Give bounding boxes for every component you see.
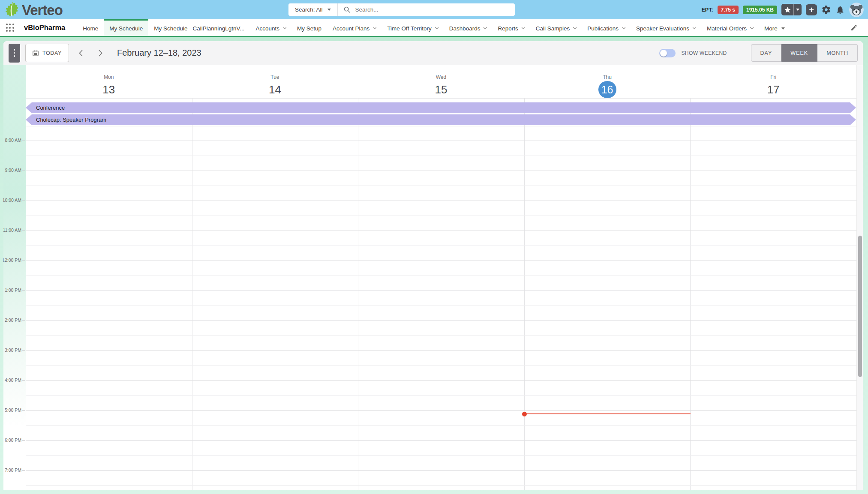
calendar-icon: [33, 50, 39, 56]
time-label: 3:00 PM: [3, 347, 21, 353]
show-weekend-control: SHOW WEEKEND: [659, 49, 727, 57]
time-tick: [22, 470, 25, 471]
time-label: 4:00 PM: [3, 377, 21, 383]
date-range-title: February 12–18, 2023: [117, 48, 201, 58]
today-button[interactable]: TODAY: [25, 44, 69, 62]
show-weekend-label: SHOW WEEKEND: [681, 50, 727, 56]
chevron-down-icon: [781, 27, 785, 30]
calendar-menu-button[interactable]: [9, 44, 20, 63]
show-weekend-toggle[interactable]: [659, 49, 676, 57]
nav-tab[interactable]: Material Orders: [701, 19, 759, 36]
view-button[interactable]: WEEK: [781, 44, 817, 62]
day-name: Mon: [104, 74, 114, 80]
nav-tab[interactable]: Call Samples: [530, 19, 582, 36]
edit-navigation-button[interactable]: [848, 24, 860, 32]
hour-gridline: [26, 171, 856, 171]
time-label: 2:00 PM: [3, 317, 21, 323]
half-hour-gridline: [26, 395, 856, 396]
day-header[interactable]: Tue 14: [192, 65, 358, 98]
nav-tab[interactable]: More: [759, 19, 790, 36]
chevron-down-icon: [327, 9, 331, 11]
chevron-down-icon: [283, 26, 286, 29]
nav-tab[interactable]: My Schedule - CallPlanningLgtnV...: [148, 19, 250, 36]
today-label: TODAY: [42, 50, 62, 56]
time-label: 5:00 PM: [3, 407, 21, 413]
time-label: 8:00 AM: [3, 138, 21, 143]
user-avatar[interactable]: [849, 3, 864, 17]
day-header[interactable]: Mon 13: [26, 65, 192, 98]
previous-week-button[interactable]: [73, 45, 89, 62]
day-header[interactable]: Fri 17: [690, 65, 856, 98]
view-switcher: DAYWEEKMONTH: [751, 44, 858, 62]
chevron-down-icon: [573, 26, 577, 29]
search-input[interactable]: [354, 6, 509, 13]
time-label: 10:00 AM: [3, 198, 21, 203]
time-tick: [22, 171, 25, 171]
nav-tab[interactable]: Publications: [582, 19, 631, 36]
view-button[interactable]: DAY: [751, 44, 782, 62]
day-name: Thu: [603, 74, 612, 80]
hour-gridline: [26, 290, 856, 291]
chevron-down-icon: [373, 26, 376, 29]
search-scope-label: Search: All: [295, 6, 323, 13]
hour-gridline: [26, 320, 856, 321]
favorites-button[interactable]: [781, 4, 802, 15]
day-header[interactable]: Thu 16: [524, 65, 691, 98]
time-label: 9:00 AM: [3, 168, 21, 173]
chevron-down-icon: [750, 26, 754, 29]
half-hour-gridline: [26, 335, 856, 336]
nav-tab[interactable]: Account Plans: [327, 19, 381, 36]
header-actions: EPT: 7.75 s 1915.05 KB +: [701, 0, 864, 19]
leaf-icon: [4, 1, 21, 19]
all-day-event[interactable]: Cholecap: Speaker Program: [26, 114, 856, 125]
nav-tab[interactable]: Dashboards: [444, 19, 493, 36]
hour-gridline: [26, 470, 856, 471]
time-tick: [22, 410, 25, 411]
chevron-down-icon: [435, 26, 438, 29]
nav-tab[interactable]: Home: [77, 19, 104, 36]
ept-label: EPT:: [701, 7, 713, 13]
current-time-dot: [522, 412, 527, 416]
next-week-button[interactable]: [93, 45, 108, 62]
time-tick: [22, 320, 25, 321]
plus-icon: +: [809, 6, 814, 14]
notifications-button[interactable]: [835, 5, 845, 15]
global-search: Search: All: [288, 3, 515, 16]
nav-tab[interactable]: Accounts: [250, 19, 292, 36]
chevron-down-icon: [521, 26, 525, 29]
day-header[interactable]: Wed 15: [358, 65, 524, 98]
half-hour-gridline: [26, 186, 856, 186]
nav-tab-label: Account Plans: [333, 25, 369, 32]
nav-tab-label: Speaker Evaluations: [636, 25, 689, 32]
hour-gridline: [26, 440, 856, 441]
calendar-card: TODAY February 12–18, 2023 SHOW WEEKEND …: [3, 41, 863, 490]
setup-button[interactable]: [821, 5, 831, 15]
event-title: Conference: [36, 105, 65, 111]
scrollbar-thumb[interactable]: [858, 236, 862, 377]
calendar-body: Mon 13 Tue 14 Wed 15 Thu 16 Fri 17: [3, 65, 863, 490]
app-launcher-button[interactable]: [0, 19, 20, 36]
nav-tab[interactable]: Time Off Territory: [381, 19, 443, 36]
nav-tab[interactable]: Reports: [492, 19, 530, 36]
calendar-toolbar: TODAY February 12–18, 2023 SHOW WEEKEND …: [3, 41, 863, 65]
all-day-event[interactable]: Conference: [26, 102, 856, 113]
day-name: Wed: [436, 74, 446, 80]
search-icon: [344, 6, 350, 13]
search-scope-button[interactable]: Search: All: [288, 3, 338, 16]
favorites-dropdown[interactable]: [793, 4, 802, 15]
day-headers-row: Mon 13 Tue 14 Wed 15 Thu 16 Fri 17: [26, 65, 856, 99]
nav-tab[interactable]: My Setup: [291, 19, 327, 36]
nav-tab-label: Time Off Territory: [387, 25, 431, 32]
day-number: 16: [598, 81, 616, 98]
nav-tabs: Home My Schedule My Schedule - CallPlann…: [77, 19, 790, 36]
nav-tab-label: My Schedule - CallPlanningLgtnV...: [154, 25, 244, 32]
time-tick: [22, 440, 25, 441]
nav-tab[interactable]: Speaker Evaluations: [631, 19, 701, 36]
nav-tab[interactable]: My Schedule: [104, 19, 148, 36]
day-name: Fri: [770, 74, 776, 80]
ept-time-badge: 7.75 s: [718, 6, 739, 14]
global-actions-button[interactable]: +: [806, 4, 817, 15]
half-hour-gridline: [26, 156, 856, 156]
view-button[interactable]: MONTH: [817, 44, 858, 62]
nav-tab-label: More: [764, 25, 778, 32]
